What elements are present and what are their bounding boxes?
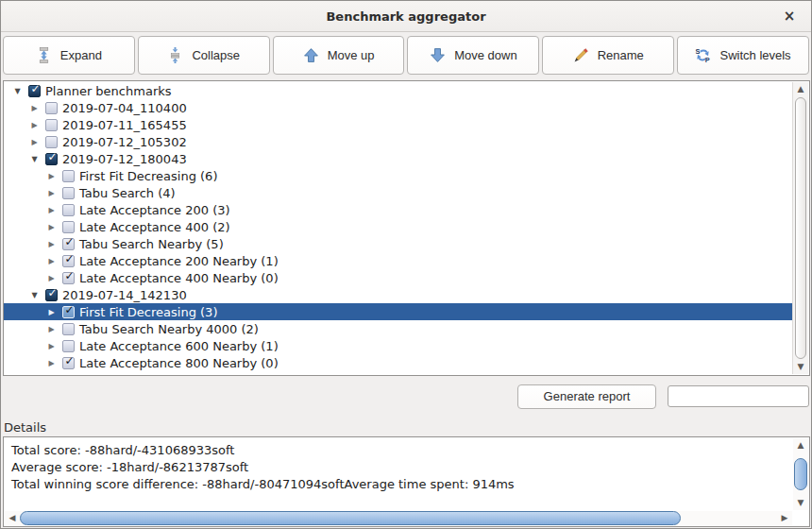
tree-checkbox[interactable] xyxy=(62,306,75,318)
tree-row[interactable]: ▶ 2019-07-12_105302 xyxy=(4,133,792,150)
tree-row[interactable]: ▶ Late Acceptance 600 Nearby (1) xyxy=(4,337,792,354)
rename-button-label: Rename xyxy=(598,48,644,62)
scroll-right-icon[interactable]: ▶ xyxy=(777,511,792,525)
expand-button-label: Expand xyxy=(60,48,102,62)
collapse-button[interactable]: Collapse xyxy=(138,36,270,75)
tree-row[interactable]: ▶ Tabu Search (4) xyxy=(4,184,792,201)
expander-icon[interactable]: ▼ xyxy=(28,155,41,163)
collapse-button-label: Collapse xyxy=(192,48,240,62)
tree-checkbox[interactable] xyxy=(62,187,75,199)
details-panel: Total score: -88hard/-431068933softAvera… xyxy=(3,436,810,527)
tree-row[interactable]: ▶ First Fit Decreasing (6) xyxy=(4,167,792,184)
scroll-down-icon[interactable]: ▼ xyxy=(793,496,808,510)
tree-checkbox[interactable] xyxy=(45,102,58,114)
tree-item-label: Late Acceptance 200 Nearby (1) xyxy=(79,254,279,268)
scroll-up-icon[interactable]: ▲ xyxy=(793,82,808,96)
close-icon[interactable]: × xyxy=(781,8,798,25)
tree-row[interactable]: ▶ Late Acceptance 400 Nearby (0) xyxy=(4,269,792,286)
details-vertical-scrollbar[interactable]: ▲ ▼ xyxy=(793,438,808,510)
tree-row[interactable]: ▼ 2019-07-14_142130 xyxy=(4,286,792,303)
move-up-button-label: Move up xyxy=(328,48,375,62)
tree-checkbox[interactable] xyxy=(62,255,75,267)
generate-report-button[interactable]: Generate report xyxy=(517,384,656,409)
details-vscroll-thumb[interactable] xyxy=(794,458,807,490)
tree-checkbox[interactable] xyxy=(62,204,75,216)
move-down-button[interactable]: Move down xyxy=(407,36,539,75)
tree-checkbox[interactable] xyxy=(62,323,75,335)
expander-icon[interactable]: ▶ xyxy=(45,325,58,333)
tree-row[interactable]: ▶ Late Acceptance 400 (2) xyxy=(4,218,792,235)
tree-item-label: Late Acceptance 800 Nearby (0) xyxy=(79,356,279,370)
expander-icon[interactable]: ▶ xyxy=(45,240,58,248)
expander-icon[interactable]: ▼ xyxy=(11,87,24,95)
expander-icon[interactable]: ▶ xyxy=(45,308,58,316)
tree-item-label: Late Acceptance 600 Nearby (1) xyxy=(79,339,279,353)
tree-row[interactable]: ▶ Tabu Search Nearby 4000 (2) xyxy=(4,320,792,337)
expander-icon[interactable]: ▶ xyxy=(45,189,58,197)
move-up-button[interactable]: Move up xyxy=(273,36,405,75)
tree-checkbox[interactable] xyxy=(45,289,58,301)
tree-item-label: Late Acceptance 400 (2) xyxy=(79,220,230,234)
window-title: Benchmark aggregator xyxy=(1,1,811,32)
tree-row[interactable]: ▶ Tabu Search Nearby (5) xyxy=(4,235,792,252)
rename-button[interactable]: Rename xyxy=(542,36,674,75)
expander-icon[interactable]: ▶ xyxy=(45,274,58,282)
tree-row[interactable]: ▼ Planner benchmarks xyxy=(4,82,792,99)
tree-item-label: Tabu Search (4) xyxy=(79,186,176,200)
tree-scrollbar-thumb[interactable] xyxy=(795,97,806,359)
tree-row[interactable]: ▶ Late Acceptance 800 Nearby (0) xyxy=(4,354,792,371)
expander-icon[interactable]: ▶ xyxy=(45,172,58,180)
scroll-up-icon[interactable]: ▲ xyxy=(793,438,808,452)
tree-checkbox[interactable] xyxy=(62,340,75,352)
tree-checkbox[interactable] xyxy=(62,272,75,284)
tree-checkbox[interactable] xyxy=(28,85,41,97)
expander-icon[interactable]: ▶ xyxy=(45,342,58,350)
expand-button[interactable]: Expand xyxy=(3,36,135,75)
move-up-icon xyxy=(303,47,319,63)
rename-icon xyxy=(573,47,589,63)
expander-icon[interactable]: ▶ xyxy=(45,223,58,231)
tree-row[interactable]: ▶ 2019-07-04_110400 xyxy=(4,99,792,116)
details-hscroll-thumb[interactable] xyxy=(20,511,681,525)
tree-checkbox[interactable] xyxy=(62,357,75,369)
tree-row[interactable]: ▶ Late Acceptance 200 Nearby (1) xyxy=(4,252,792,269)
tree-item-label: 2019-07-14_142130 xyxy=(62,288,187,302)
scroll-left-icon[interactable]: ◀ xyxy=(5,511,20,525)
tree-checkbox[interactable] xyxy=(62,238,75,250)
tree-item-label: Late Acceptance 400 Nearby (0) xyxy=(79,271,279,285)
tree-vertical-scrollbar[interactable]: ▲ ▼ xyxy=(792,82,808,374)
details-line: Average score: -18hard/-86213787soft xyxy=(11,459,787,476)
titlebar: Benchmark aggregator × xyxy=(1,1,811,32)
toolbar: Expand Collapse Move up Move down xyxy=(3,36,809,75)
move-down-icon xyxy=(430,47,446,63)
scroll-down-icon[interactable]: ▼ xyxy=(793,360,808,374)
switch-levels-button[interactable]: S P Switch levels xyxy=(677,36,809,75)
tree-item-label: First Fit Decreasing (6) xyxy=(79,169,217,183)
tree-checkbox[interactable] xyxy=(62,221,75,233)
tree-row[interactable]: ▼ 2019-07-12_180043 xyxy=(4,150,792,167)
details-label: Details xyxy=(4,420,46,435)
tree-checkbox[interactable] xyxy=(45,136,58,148)
tree-checkbox[interactable] xyxy=(45,153,58,165)
tree-checkbox[interactable] xyxy=(45,119,58,131)
tree-item-label: 2019-07-04_110400 xyxy=(62,101,187,115)
expander-icon[interactable]: ▶ xyxy=(45,206,58,214)
tree-row[interactable]: ▶ Late Acceptance 200 (3) xyxy=(4,201,792,218)
tree-row[interactable]: ▶ 2019-07-11_165455 xyxy=(4,116,792,133)
expander-icon[interactable]: ▶ xyxy=(28,104,41,112)
expander-icon[interactable]: ▼ xyxy=(28,291,41,299)
progress-bar xyxy=(668,385,809,407)
expander-icon[interactable]: ▶ xyxy=(28,121,41,129)
details-text: Total score: -88hard/-431068933softAvera… xyxy=(11,442,787,493)
expander-icon[interactable]: ▶ xyxy=(45,359,58,367)
benchmark-tree: ▼ Planner benchmarks ▶ 2019-07-04_110400… xyxy=(3,80,810,376)
expander-icon[interactable]: ▶ xyxy=(45,257,58,265)
tree-checkbox[interactable] xyxy=(62,170,75,182)
tree-row[interactable]: ▶ First Fit Decreasing (3) xyxy=(4,303,792,320)
details-horizontal-scrollbar[interactable]: ◀ ▶ xyxy=(5,511,792,525)
switch-levels-icon: S P xyxy=(695,47,711,63)
details-line: Total score: -88hard/-431068933soft xyxy=(11,442,787,459)
expander-icon[interactable]: ▶ xyxy=(28,138,41,146)
details-line: Total winning score difference: -88hard/… xyxy=(11,476,787,493)
tree-item-label: 2019-07-12_180043 xyxy=(62,152,187,166)
